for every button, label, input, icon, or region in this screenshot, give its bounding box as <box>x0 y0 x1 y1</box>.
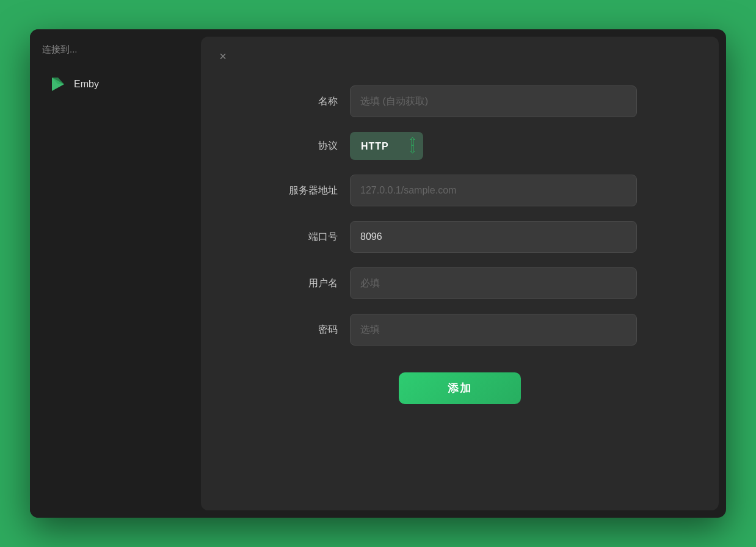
main-dialog: × 名称 协议 HTTP HTTPS ⇧⇩ 服务器地址 <box>201 37 719 510</box>
username-input[interactable] <box>350 267 637 299</box>
form-container: 名称 协议 HTTP HTTPS ⇧⇩ 服务器地址 <box>283 85 637 404</box>
password-label: 密码 <box>283 324 338 336</box>
protocol-select[interactable]: HTTP HTTPS <box>350 132 423 160</box>
add-button[interactable]: 添加 <box>399 372 521 404</box>
sidebar: 连接到... Emby <box>30 29 201 518</box>
server-row: 服务器地址 <box>283 175 637 206</box>
protocol-row: 协议 HTTP HTTPS ⇧⇩ <box>283 132 637 160</box>
protocol-label: 协议 <box>283 140 338 153</box>
close-button[interactable]: × <box>213 46 233 66</box>
port-label: 端口号 <box>283 231 338 244</box>
port-input[interactable] <box>350 221 637 253</box>
username-row: 用户名 <box>283 267 637 299</box>
name-input[interactable] <box>350 85 637 117</box>
server-label: 服务器地址 <box>283 184 338 197</box>
sidebar-title: 连接到... <box>42 44 189 56</box>
name-row: 名称 <box>283 85 637 117</box>
sidebar-item-emby[interactable]: Emby <box>42 70 189 98</box>
app-container: 连接到... Emby × 名称 协议 HTTP H <box>30 29 726 518</box>
name-label: 名称 <box>283 95 338 108</box>
sidebar-item-label: Emby <box>74 79 99 90</box>
protocol-select-wrapper: HTTP HTTPS ⇧⇩ <box>350 132 423 160</box>
emby-icon <box>48 75 67 93</box>
password-input[interactable] <box>350 314 637 346</box>
password-row: 密码 <box>283 314 637 346</box>
port-row: 端口号 <box>283 221 637 253</box>
server-input[interactable] <box>350 175 637 206</box>
username-label: 用户名 <box>283 277 338 290</box>
